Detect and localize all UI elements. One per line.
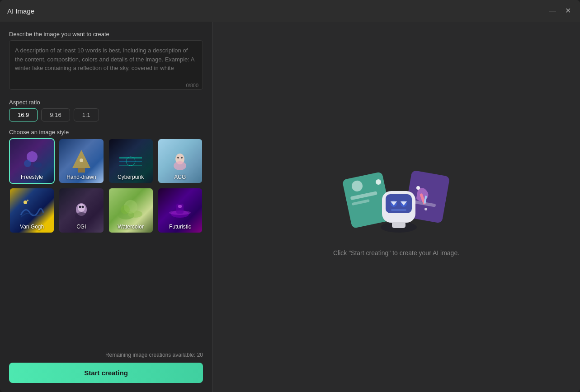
aspect-buttons: 16:9 9:16 1:1 [9,108,203,121]
right-panel: Click "Start creating" to create your AI… [212,22,580,392]
robot-illustration [342,157,451,238]
svg-point-2 [33,162,42,168]
image-style-section: Choose an image style Freestyle [9,129,203,233]
style-label-handdrawn: Hand-drawn [59,174,103,180]
svg-rect-42 [391,209,406,211]
window-controls: — ✕ [547,6,573,15]
style-label-cyberpunk: Cyberpunk [109,174,153,180]
aspect-ratio-label: Aspect ratio [9,99,203,106]
style-item-acg[interactable]: ACG [157,138,203,184]
svg-point-24 [121,205,130,214]
svg-point-45 [376,179,381,185]
main-content: Describe the image you want to create 0/… [0,22,580,392]
aspect-btn-1-1[interactable]: 1:1 [74,108,99,121]
svg-point-13 [181,157,183,159]
style-item-cgi[interactable]: CGI [58,187,104,233]
style-item-watercolor[interactable]: Watercolor [108,187,154,233]
style-label-vangogh: Van Gogh [10,224,54,230]
app-window: AI Image — ✕ Describe the image you want… [0,0,580,392]
style-label: Choose an image style [9,129,203,135]
style-item-vangogh[interactable]: Van Gogh [9,187,55,233]
svg-point-1 [24,160,31,167]
start-creating-button[interactable]: Start creating [9,363,203,383]
svg-point-15 [27,200,28,201]
close-button[interactable]: ✕ [563,6,573,15]
svg-point-14 [24,201,27,204]
svg-point-12 [177,157,179,159]
description-section: Describe the image you want to create 0/… [9,31,203,92]
svg-point-20 [75,212,88,219]
empty-state-text: Click "Start creating" to create your AI… [333,249,459,257]
aspect-ratio-section: Aspect ratio 16:9 9:16 1:1 [9,99,203,121]
description-label: Describe the image you want to create [9,31,203,37]
svg-rect-43 [392,222,406,228]
style-label-acg: ACG [158,174,202,180]
style-label-futuristic: Futuristic [158,224,202,230]
svg-rect-28 [178,205,182,208]
style-label-watercolor: Watercolor [109,224,153,230]
svg-point-18 [79,205,81,208]
svg-point-11 [174,161,186,170]
style-item-handdrawn[interactable]: Hand-drawn [58,138,104,184]
description-input[interactable] [9,40,203,90]
aspect-btn-16-9[interactable]: 16:9 [9,108,38,121]
minimize-button[interactable]: — [547,6,558,15]
char-count: 0/800 [186,83,198,88]
svg-point-19 [81,205,84,208]
style-label-cgi: CGI [59,224,103,230]
style-item-cyberpunk[interactable]: Cyberpunk [108,138,154,184]
textarea-wrapper: 0/800 [9,40,203,92]
window-title: AI Image [7,7,34,15]
aspect-btn-9-16[interactable]: 9:16 [41,108,70,121]
svg-point-5 [80,159,83,162]
svg-rect-4 [78,168,85,173]
svg-rect-7 [119,161,142,162]
svg-rect-6 [119,157,142,159]
style-label-freestyle: Freestyle [10,174,54,180]
left-panel: Describe the image you want to create 0/… [0,22,212,392]
style-item-freestyle[interactable]: Freestyle [9,138,55,184]
title-bar: AI Image — ✕ [0,0,580,22]
style-item-futuristic[interactable]: Futuristic [157,187,203,233]
left-bottom: Remaining image creations available: 20 … [9,352,203,383]
svg-point-46 [424,208,427,210]
style-grid: Freestyle Hand-drawn [9,138,203,233]
svg-point-17 [78,204,85,212]
svg-point-44 [416,186,420,190]
remaining-count: Remaining image creations available: 20 [9,352,203,358]
